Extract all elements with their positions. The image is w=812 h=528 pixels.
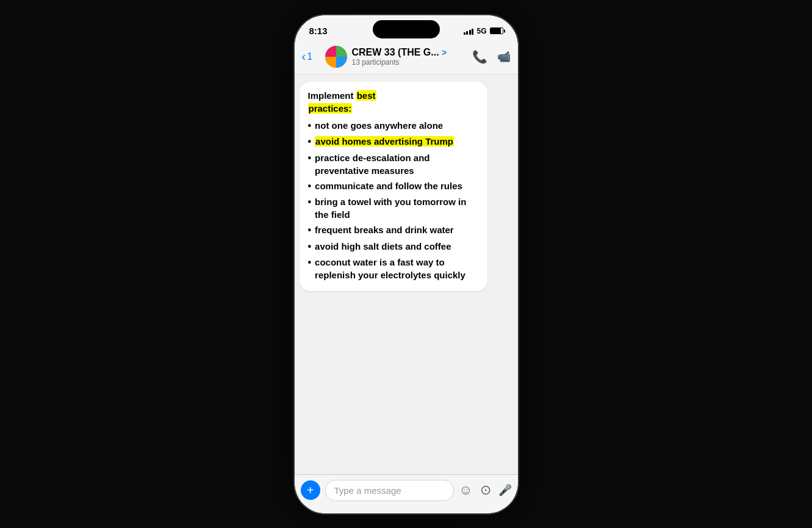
message-content: Implement best practices: not one goes a… <box>308 89 479 281</box>
list-item: communicate and follow the rules <box>308 179 479 193</box>
signal-bar-2 <box>466 31 468 35</box>
bullet-text-6: frequent breaks and drink water <box>315 223 478 236</box>
list-item: not one goes anywhere alone <box>308 119 479 132</box>
camera-icon[interactable]: ⊙ <box>480 482 491 498</box>
input-bar: + Type a message ☺ ⊙ 🎤 <box>295 474 518 513</box>
signal-bar-4 <box>472 29 473 35</box>
mic-icon[interactable]: 🎤 <box>498 483 512 497</box>
group-avatar <box>325 46 347 68</box>
notch <box>373 20 440 38</box>
add-button[interactable]: + <box>301 480 320 500</box>
bullet-text-3: practice de-escalation and preventative … <box>315 151 478 177</box>
message-placeholder: Type a message <box>334 485 401 496</box>
bullet-text-7: avoid high salt diets and coffee <box>315 240 478 253</box>
heading-highlight-2: practices: <box>308 103 353 114</box>
network-type: 5G <box>476 27 486 35</box>
nav-back-button[interactable]: ‹ 1 <box>302 49 320 63</box>
back-chevron-icon: ‹ <box>302 49 306 63</box>
group-info[interactable]: CREW 33 (THE G... > 13 participants <box>352 47 467 67</box>
signal-bar-1 <box>464 32 465 35</box>
list-item: avoid homes advertising Trump <box>308 135 479 148</box>
list-item: frequent breaks and drink water <box>308 223 479 237</box>
signal-bars <box>464 27 474 35</box>
bullet-text-1: not one goes anywhere alone <box>315 119 478 132</box>
back-count: 1 <box>307 51 312 62</box>
nav-actions: 📞 📹 <box>472 49 511 64</box>
phone-container: 8:13 5G ‹ 1 <box>293 14 519 515</box>
status-icons: 5G <box>464 27 503 35</box>
signal-bar-3 <box>469 30 471 35</box>
battery-fill <box>490 28 501 34</box>
list-item: coconut water is a fast way to replenish… <box>308 256 479 281</box>
bullet-text-4: communicate and follow the rules <box>315 179 478 192</box>
plus-icon: + <box>307 483 314 497</box>
message-heading: Implement best practices: <box>308 89 479 116</box>
group-name-chevron: > <box>442 48 447 57</box>
battery-icon <box>490 27 503 34</box>
group-participants: 13 participants <box>352 58 467 67</box>
list-item: avoid high salt diets and coffee <box>308 240 479 253</box>
status-bar: 8:13 5G <box>295 15 518 42</box>
list-item: bring a towel with you tomorrow in the f… <box>308 195 479 221</box>
video-icon[interactable]: 📹 <box>497 50 511 63</box>
group-name: CREW 33 (THE G... > <box>352 47 467 58</box>
phone-screen: 8:13 5G ‹ 1 <box>295 15 518 513</box>
emoji-icon[interactable]: ☺ <box>459 482 472 498</box>
bullet-list: not one goes anywhere alone avoid homes … <box>308 119 479 281</box>
group-avatar-inner <box>325 46 347 68</box>
status-time: 8:13 <box>309 26 328 36</box>
chat-area: Implement best practices: not one goes a… <box>295 74 518 474</box>
nav-header: ‹ 1 CREW 33 (THE G... > 13 participants … <box>295 42 518 74</box>
list-item: practice de-escalation and preventative … <box>308 151 479 177</box>
bullet-text-8: coconut water is a fast way to replenish… <box>315 256 478 281</box>
message-bubble: Implement best practices: not one goes a… <box>300 82 487 291</box>
bullet-text-2: avoid homes advertising Trump <box>315 135 478 148</box>
bullet-text-5: bring a towel with you tomorrow in the f… <box>315 195 478 221</box>
input-icons: ☺ ⊙ 🎤 <box>459 482 511 498</box>
message-input[interactable]: Type a message <box>325 480 455 501</box>
phone-icon[interactable]: 📞 <box>472 49 487 64</box>
heading-highlight: best <box>356 90 376 101</box>
bullet-highlight: avoid homes advertising Trump <box>315 136 454 146</box>
